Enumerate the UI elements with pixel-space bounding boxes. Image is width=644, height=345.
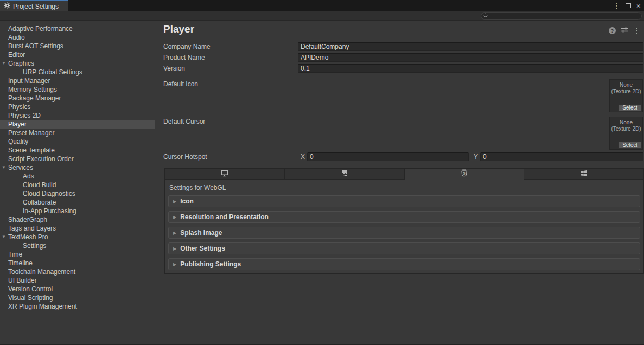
tab-dedicated-server[interactable] <box>285 168 405 180</box>
foldout-other-settings[interactable]: ▶ Other Settings <box>168 242 640 254</box>
sidebar-item-tmp-settings[interactable]: Settings <box>0 241 155 250</box>
sidebar-item-label: Audio <box>8 34 25 41</box>
sidebar-item-physics[interactable]: Physics <box>0 103 155 111</box>
cursor-hotspot-y-field[interactable] <box>480 152 643 161</box>
chevron-down-icon[interactable]: ▼ <box>2 233 8 241</box>
svg-text:5: 5 <box>463 171 466 175</box>
sidebar-item-player[interactable]: Player <box>0 120 155 129</box>
tab-title: Project Settings <box>13 3 59 10</box>
default-icon-select-button[interactable]: Select <box>618 104 642 111</box>
sidebar-item-label: Scene Template <box>8 146 55 154</box>
settings-for-webgl-label: Settings for WebGL <box>169 184 226 191</box>
sidebar-item-label: Script Execution Order <box>8 155 74 163</box>
search-input[interactable] <box>490 13 641 19</box>
tab-webgl[interactable]: 5 <box>405 168 525 180</box>
help-icon[interactable]: ? <box>609 27 616 34</box>
chevron-down-icon[interactable]: ▼ <box>2 163 8 172</box>
default-cursor-select-button[interactable]: Select <box>618 142 642 149</box>
sidebar-item-cloud-build[interactable]: Cloud Build <box>0 181 155 189</box>
sidebar-item-xr-plugin-management[interactable]: XR Plugin Management <box>0 302 155 311</box>
sidebar-item-physics-2d[interactable]: Physics 2D <box>0 111 155 120</box>
sidebar-item-shadergraph[interactable]: ShaderGraph <box>0 215 155 224</box>
foldout-label: Splash Image <box>180 229 222 237</box>
product-name-field[interactable] <box>298 53 643 62</box>
default-cursor-object-field[interactable]: None (Texture 2D) Select <box>609 117 643 150</box>
chevron-right-icon: ▶ <box>173 215 176 220</box>
sidebar-item-urp-global-settings[interactable]: URP Global Settings <box>0 68 155 76</box>
sidebar-item-label: Tags and Layers <box>8 225 56 232</box>
sidebar-item-quality[interactable]: Quality <box>0 137 155 146</box>
sidebar-item-label: Cloud Diagnostics <box>23 190 75 197</box>
sidebar-item-script-execution-order[interactable]: Script Execution Order <box>0 155 155 163</box>
sidebar-item-label: In-App Purchasing <box>23 207 76 215</box>
foldout-resolution-and-presentation[interactable]: ▶ Resolution and Presentation <box>168 211 640 223</box>
tab-windows-store[interactable] <box>524 168 644 180</box>
sidebar-item-editor[interactable]: Editor <box>0 50 155 59</box>
panel-menu-icon[interactable]: ⋮ <box>633 27 640 34</box>
product-name-row: Product Name <box>163 53 643 62</box>
window-menu-icon[interactable]: ⋮ <box>613 2 620 9</box>
version-field[interactable] <box>298 64 643 73</box>
sidebar-item-input-manager[interactable]: Input Manager <box>0 76 155 85</box>
foldout-label: Resolution and Presentation <box>180 213 269 221</box>
sidebar-item-label: Physics 2D <box>8 112 41 119</box>
preset-sliders-icon[interactable] <box>621 27 628 35</box>
sidebar-item-toolchain-management[interactable]: Toolchain Management <box>0 267 155 276</box>
maximize-icon[interactable] <box>626 3 631 8</box>
default-icon-object-field[interactable]: None (Texture 2D) Select <box>609 79 643 112</box>
project-settings-window: Project Settings ⋮ × Adaptive Performanc… <box>0 0 644 345</box>
tab-standalone[interactable] <box>164 168 285 180</box>
sidebar-item-ui-builder[interactable]: UI Builder <box>0 276 155 285</box>
version-row: Version <box>163 64 643 73</box>
sidebar-item-visual-scripting[interactable]: Visual Scripting <box>0 293 155 302</box>
sidebar-item-version-control[interactable]: Version Control <box>0 285 155 293</box>
sidebar-item-package-manager[interactable]: Package Manager <box>0 94 155 103</box>
sidebar-item-graphics[interactable]: ▼Graphics <box>0 59 155 68</box>
sidebar-item-label: Player <box>8 120 27 128</box>
sidebar-item-timeline[interactable]: Timeline <box>0 259 155 267</box>
company-name-label: Company Name <box>163 42 211 51</box>
sidebar-item-label: Physics <box>8 103 30 111</box>
sidebar-item-collaborate[interactable]: Collaborate <box>0 198 155 207</box>
cursor-hotspot-x-field[interactable] <box>307 152 469 161</box>
sidebar-item-label: Preset Manager <box>8 129 54 137</box>
sidebar-item-label: TextMesh Pro <box>8 233 48 241</box>
chevron-down-icon[interactable]: ▼ <box>2 59 8 68</box>
x-axis-label: X <box>301 152 305 161</box>
sidebar-item-services[interactable]: ▼Services <box>0 163 155 172</box>
sidebar-item-memory-settings[interactable]: Memory Settings <box>0 85 155 94</box>
close-icon[interactable]: × <box>636 2 641 10</box>
sidebar-item-ads[interactable]: Ads <box>0 172 155 181</box>
sidebar-item-label: Quality <box>8 138 28 145</box>
search-box[interactable] <box>481 12 642 20</box>
sidebar-item-adaptive-performance[interactable]: Adaptive Performance <box>0 24 155 33</box>
sidebar-item-tags-and-layers[interactable]: Tags and Layers <box>0 224 155 233</box>
sidebar-item-burst-aot-settings[interactable]: Burst AOT Settings <box>0 42 155 50</box>
chevron-right-icon: ▶ <box>173 246 176 251</box>
sidebar-item-cloud-diagnostics[interactable]: Cloud Diagnostics <box>0 189 155 198</box>
panel-header-icons: ? ⋮ <box>609 27 640 35</box>
sidebar-item-textmesh-pro[interactable]: ▼TextMesh Pro <box>0 233 155 241</box>
cursor-hotspot-label: Cursor Hotspot <box>163 152 207 161</box>
foldout-splash-image[interactable]: ▶ Splash Image <box>168 227 640 239</box>
sidebar-item-label: Toolchain Management <box>8 268 75 276</box>
sidebar-item-label: Time <box>8 251 22 258</box>
title-bar: Project Settings ⋮ × <box>0 0 644 11</box>
sidebar-item-scene-template[interactable]: Scene Template <box>0 146 155 155</box>
settings-category-list: Adaptive Performance Audio Burst AOT Set… <box>0 21 155 344</box>
version-label: Version <box>163 64 185 73</box>
foldout-publishing-settings[interactable]: ▶ Publishing Settings <box>168 258 640 270</box>
sidebar-item-label: Memory Settings <box>8 86 57 93</box>
sidebar-item-audio[interactable]: Audio <box>0 33 155 42</box>
gear-icon <box>4 2 10 10</box>
foldout-label: Other Settings <box>180 245 225 252</box>
sidebar-item-label: Input Manager <box>8 77 50 85</box>
sidebar-item-preset-manager[interactable]: Preset Manager <box>0 129 155 137</box>
sidebar-item-in-app-purchasing[interactable]: In-App Purchasing <box>0 207 155 215</box>
tab-project-settings[interactable]: Project Settings <box>0 0 68 11</box>
sidebar-item-label: Editor <box>8 51 25 59</box>
foldout-icon[interactable]: ▶ Icon <box>168 195 640 207</box>
sidebar-item-label: ShaderGraph <box>8 216 47 223</box>
company-name-field[interactable] <box>298 42 643 51</box>
sidebar-item-time[interactable]: Time <box>0 250 155 259</box>
